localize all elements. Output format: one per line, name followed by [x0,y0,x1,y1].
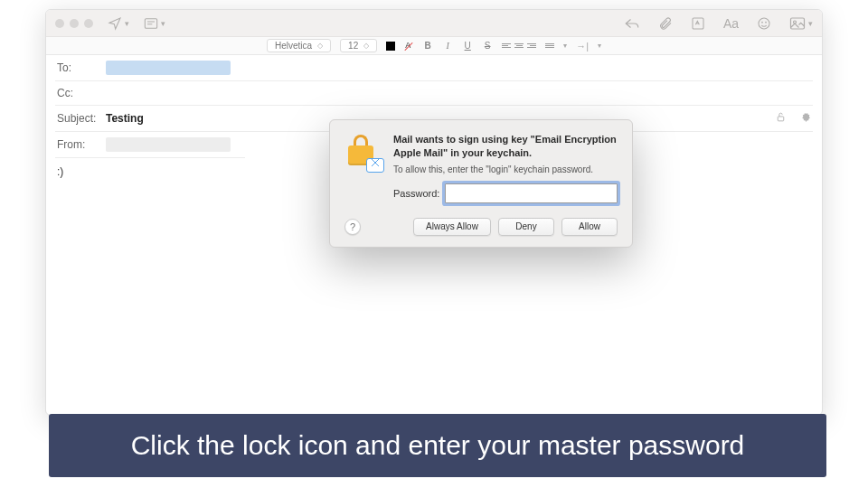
markup-icon[interactable] [691,16,705,31]
instruction-caption: Click the lock icon and enter your maste… [49,414,826,477]
font-family-value: Helvetica [275,41,312,51]
align-center-button[interactable] [514,43,524,48]
to-value: redacted@example.com [106,61,231,75]
chevron-down-icon: ▾ [125,19,129,28]
lock-open-icon[interactable] [775,111,787,126]
list-rect-icon [144,17,158,30]
cc-label: Cc: [57,87,106,99]
dialog-subtext: To allow this, enter the "login" keychai… [393,164,618,174]
text-color-button[interactable] [386,42,395,51]
chevron-down-icon: ▾ [161,19,165,28]
reply-icon[interactable] [624,16,640,31]
header-fields-button[interactable]: ▾ [144,17,165,30]
svg-point-6 [766,22,767,23]
keychain-lock-icon [344,133,382,171]
subject-label: Subject: [57,112,106,125]
from-row[interactable]: From: Redacted redacted@me [55,132,245,158]
stepper-icon: ◇ [317,42,323,50]
align-right-button[interactable] [527,43,536,48]
align-left-button[interactable] [502,43,511,48]
from-label: From: [57,138,106,151]
close-window-button[interactable] [55,19,64,28]
password-label: Password: [393,188,439,199]
send-button[interactable]: ▾ [108,16,129,31]
format-icon[interactable]: Aa [723,16,739,31]
help-button[interactable]: ? [344,219,361,235]
to-label: To: [57,61,106,74]
window-titlebar: ▾ ▾ Aa [46,10,822,37]
svg-point-5 [762,22,763,23]
deny-button[interactable]: Deny [498,218,554,236]
svg-point-4 [759,18,769,29]
underline-button[interactable]: U [462,41,473,51]
minimize-window-button[interactable] [70,19,79,28]
chevron-down-icon: ▾ [808,19,813,28]
font-size-select[interactable]: 12 ◇ [340,39,377,52]
font-size-value: 12 [348,41,358,51]
allow-button[interactable]: Allow [561,218,618,236]
font-family-select[interactable]: Helvetica ◇ [267,39,331,52]
chevron-down-icon: ▾ [598,42,601,50]
text-bgcolor-button[interactable] [404,42,413,51]
traffic-lights [55,19,93,28]
svg-rect-0 [145,18,156,28]
cc-row[interactable]: Cc: [55,81,813,106]
indent-button[interactable]: →| [576,41,589,52]
password-input[interactable] [445,183,618,203]
emoji-icon[interactable] [757,16,771,31]
svg-rect-9 [778,117,784,121]
photo-browser-button[interactable]: ▾ [789,16,813,31]
seal-icon[interactable] [799,111,811,126]
paper-plane-icon [108,16,122,31]
italic-button[interactable]: I [442,41,453,51]
always-allow-button[interactable]: Always Allow [413,218,491,236]
keychain-dialog: Mail wants to sign using key "Email Encr… [329,119,633,248]
mail-badge-icon [366,158,384,173]
dialog-heading: Mail wants to sign using key "Email Encr… [393,133,618,160]
photo-icon [789,16,806,31]
zoom-window-button[interactable] [84,19,93,28]
stepper-icon: ◇ [363,42,369,50]
chevron-down-icon: ▾ [563,42,567,50]
bold-button[interactable]: B [422,41,433,51]
from-value: Redacted redacted@me [106,137,231,152]
to-row[interactable]: To: redacted@example.com [55,55,813,81]
subject-value: Testing [106,112,144,125]
format-bar: Helvetica ◇ 12 ◇ B I U S ▾ →| ▾ [46,37,822,55]
list-button[interactable] [545,43,554,48]
body-text: :) [57,165,63,178]
strike-button[interactable]: S [482,41,493,51]
paperclip-icon[interactable] [658,16,673,31]
